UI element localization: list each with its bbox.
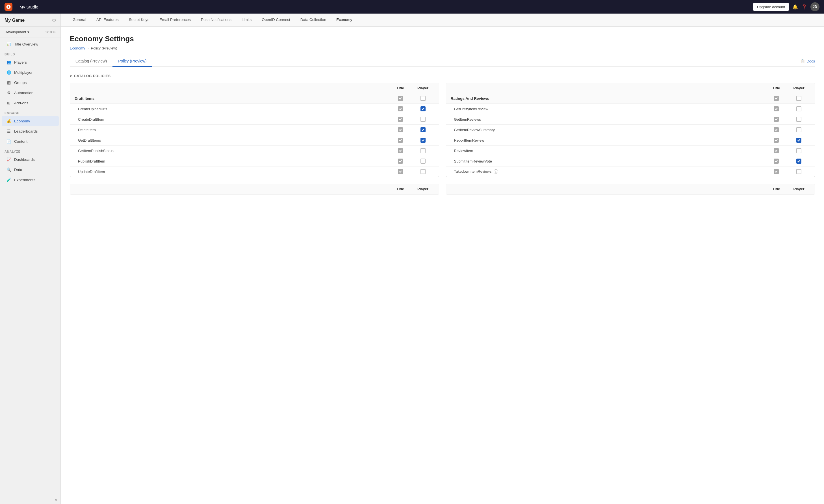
player-checkbox[interactable] xyxy=(796,138,801,143)
upgrade-button[interactable]: Upgrade account xyxy=(753,3,789,11)
sidebar-item-data[interactable]: 🔍 Data xyxy=(2,165,59,174)
breadcrumb-separator: › xyxy=(87,46,88,50)
table-row: GetItemReviewSummary xyxy=(446,125,815,135)
build-section-label: BUILD xyxy=(0,49,61,57)
sidebar-item-automation[interactable]: ⚙ Automation xyxy=(2,88,59,98)
player-checkbox[interactable] xyxy=(420,148,426,153)
tab-email-preferences[interactable]: Email Preferences xyxy=(154,14,196,26)
tab-economy[interactable]: Economy xyxy=(331,14,357,26)
docs-button[interactable]: 📋 Docs xyxy=(800,59,815,63)
player-checkbox[interactable] xyxy=(420,138,426,143)
left-parent-row: Draft Items xyxy=(70,93,439,104)
player-checkbox[interactable] xyxy=(796,159,801,164)
player-checkbox[interactable] xyxy=(796,106,801,111)
player-cb-cell xyxy=(412,127,434,132)
sidebar-item-multiplayer[interactable]: 🌐 Multiplayer xyxy=(2,68,59,77)
title-checkbox[interactable] xyxy=(398,117,403,122)
title-checkbox[interactable] xyxy=(774,169,779,174)
sidebar-item-title-overview[interactable]: 📊 Title Overview xyxy=(2,39,59,49)
page-title: Economy Settings xyxy=(70,34,815,43)
right-parent-row: Ratings And Reviews xyxy=(446,93,815,104)
sidebar-label-leaderboards: Leaderboards xyxy=(14,129,37,133)
breadcrumb-link[interactable]: Economy xyxy=(70,46,85,50)
gear-icon[interactable]: ⚙ xyxy=(52,17,56,23)
notifications-icon[interactable]: 🔔 xyxy=(792,4,798,10)
title-checkbox[interactable] xyxy=(398,148,403,153)
title-checkbox[interactable] xyxy=(774,138,779,143)
tab-api-features[interactable]: API Features xyxy=(91,14,124,26)
sidebar-item-addons[interactable]: ⊞ Add-ons xyxy=(2,98,59,108)
tab-limits[interactable]: Limits xyxy=(236,14,256,26)
user-avatar[interactable]: JD xyxy=(810,2,819,11)
data-icon: 🔍 xyxy=(6,167,11,172)
sidebar-item-leaderboards[interactable]: ☰ Leaderboards xyxy=(2,126,59,136)
title-checkbox[interactable] xyxy=(398,169,403,174)
title-checkbox[interactable] xyxy=(774,148,779,153)
title-checkbox[interactable] xyxy=(774,159,779,164)
right-parent-title-checkbox[interactable] xyxy=(774,96,779,101)
title-checkbox[interactable] xyxy=(398,127,403,132)
chevron-down-icon: ▾ xyxy=(27,30,29,34)
table-row: GetEntityItemReview xyxy=(446,104,815,114)
player-cb-cell xyxy=(412,106,434,111)
grid-icon: ⊞ xyxy=(6,100,11,105)
help-icon[interactable]: ❓ xyxy=(801,4,807,10)
sub-tabs: Catalog (Preview) Policy (Preview) 📋 Doc… xyxy=(70,56,815,67)
sidebar-item-experiments[interactable]: 🧪 Experiments xyxy=(2,175,59,185)
player-checkbox[interactable] xyxy=(420,106,426,111)
row-name: GetDraftItems xyxy=(75,138,389,142)
title-cb-cell xyxy=(765,148,788,153)
bottom-policy-grid: Title Player Title Player xyxy=(70,184,815,195)
right-policy-table: Title Player Ratings And Reviews xyxy=(446,83,815,177)
tab-push-notifications[interactable]: Push Notifications xyxy=(196,14,236,26)
title-checkbox[interactable] xyxy=(774,106,779,111)
topbar-title: My Studio xyxy=(19,5,38,9)
player-cb-cell xyxy=(412,159,434,164)
sidebar-label-groups: Groups xyxy=(14,81,26,85)
title-checkbox[interactable] xyxy=(398,159,403,164)
player-checkbox[interactable] xyxy=(796,127,801,132)
sub-tab-catalog[interactable]: Catalog (Preview) xyxy=(70,56,112,67)
player-checkbox[interactable] xyxy=(420,127,426,132)
title-checkbox[interactable] xyxy=(774,117,779,122)
section-toggle-icon[interactable]: ▾ xyxy=(70,74,72,78)
tab-secret-keys[interactable]: Secret Keys xyxy=(124,14,154,26)
sidebar-item-groups[interactable]: ▦ Groups xyxy=(2,78,59,87)
player-checkbox[interactable] xyxy=(796,169,801,174)
title-checkbox[interactable] xyxy=(398,138,403,143)
tab-general[interactable]: General xyxy=(68,14,91,26)
sidebar-item-economy[interactable]: 💰 Economy xyxy=(2,116,59,126)
sidebar-divider-2 xyxy=(0,37,61,38)
tab-data-collection[interactable]: Data Collection xyxy=(295,14,331,26)
player-cb-cell xyxy=(788,138,810,143)
sidebar-label-dashboards: Dashboards xyxy=(14,158,35,162)
player-checkbox[interactable] xyxy=(420,159,426,164)
title-checkbox[interactable] xyxy=(398,106,403,111)
title-checkbox[interactable] xyxy=(774,127,779,132)
sidebar-item-players[interactable]: 👥 Players xyxy=(2,58,59,67)
env-name: Development ▾ xyxy=(5,30,29,34)
sidebar-label-players: Players xyxy=(14,60,27,65)
app-logo xyxy=(5,3,12,11)
sidebar-item-dashboards[interactable]: 📈 Dashboards xyxy=(2,155,59,164)
player-checkbox[interactable] xyxy=(420,117,426,122)
row-name: UpdateDraftItem xyxy=(75,170,389,174)
right-parent-player-checkbox[interactable] xyxy=(796,96,801,101)
player-checkbox[interactable] xyxy=(420,169,426,174)
sidebar-item-content[interactable]: 📄 Content xyxy=(2,136,59,146)
player-checkbox[interactable] xyxy=(796,148,801,153)
tab-openid-connect[interactable]: OpenID Connect xyxy=(256,14,295,26)
sidebar-collapse-button[interactable]: « xyxy=(0,495,61,504)
player-cb-cell xyxy=(412,148,434,153)
info-icon[interactable]: ℹ xyxy=(494,169,498,174)
sub-tab-policy[interactable]: Policy (Preview) xyxy=(112,56,152,67)
title-cb-cell xyxy=(389,169,412,174)
env-label: Development xyxy=(5,30,26,34)
left-parent-player-checkbox[interactable] xyxy=(420,96,426,101)
player-checkbox[interactable] xyxy=(796,117,801,122)
row-name: CreateUploadUrls xyxy=(75,107,389,111)
environment-selector[interactable]: Development ▾ 1/100K xyxy=(0,28,61,36)
left-parent-title-checkbox[interactable] xyxy=(398,96,403,101)
title-cb-cell xyxy=(389,148,412,153)
player-cb-cell xyxy=(412,117,434,122)
